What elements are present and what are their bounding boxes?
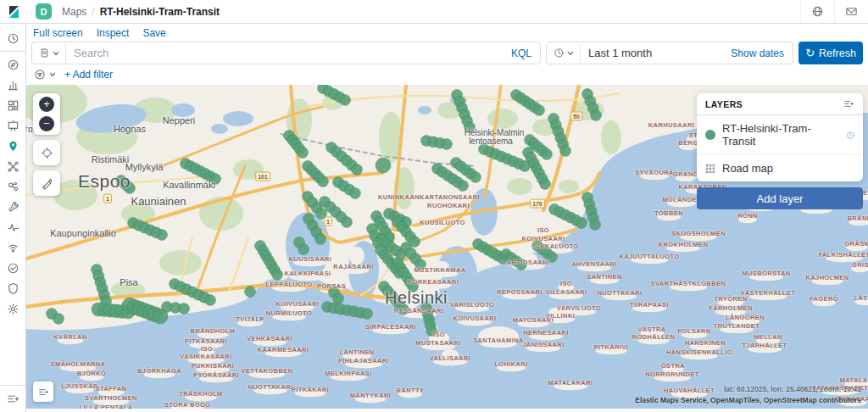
show-dates-link[interactable]: Show dates	[722, 47, 793, 59]
stack-monitoring-icon	[7, 221, 19, 234]
collapse-navigation-icon	[7, 393, 19, 405]
machine-learning-icon	[7, 160, 19, 173]
layer-name: Road map	[722, 162, 773, 175]
clock-icon	[554, 47, 565, 58]
breadcrumb-maps[interactable]: Maps	[62, 6, 86, 18]
siem-icon	[7, 282, 19, 295]
inspect-link[interactable]: Inspect	[97, 27, 130, 39]
add-layer-button[interactable]: Add layer	[697, 187, 863, 209]
app-menu: Full screen Inspect Save	[26, 24, 868, 39]
uptime-icon	[7, 262, 19, 275]
refresh-button[interactable]: ↻ Refresh	[798, 42, 863, 64]
sidebar-item-stack-monitoring[interactable]	[2, 217, 24, 237]
indent-arrow-icon	[38, 387, 49, 398]
map-canvas[interactable]: EspooHelsinkiBrobackaHognasNepperiRistim…	[26, 85, 868, 412]
grid-icon	[705, 164, 715, 174]
chevron-down-icon	[53, 50, 59, 57]
discover-icon	[7, 58, 19, 71]
chevron-down-icon[interactable]	[49, 71, 56, 78]
kibana-maps-app: D Maps / RT-Helsinki-Tram-Transit	[0, 0, 868, 412]
dev-tools-icon	[7, 201, 19, 214]
search-input[interactable]: Search	[66, 47, 503, 59]
sidebar-item-canvas[interactable]	[2, 115, 24, 136]
sidebar-item-machine-learning[interactable]	[2, 156, 24, 176]
header-bar: D Maps / RT-Helsinki-Tram-Transit	[0, 0, 868, 24]
sidebar-item-stack-management[interactable]	[2, 298, 24, 319]
sidebar-item-siem[interactable]	[2, 278, 24, 298]
search-box[interactable]: Search KQL	[31, 42, 541, 64]
newsfeed-button[interactable]	[834, 0, 868, 23]
left-navigation	[0, 24, 26, 412]
sidebar-item-maps[interactable]	[2, 136, 24, 156]
filter-bar: + Add filter	[26, 66, 868, 85]
sidebar-item-uptime[interactable]	[2, 258, 24, 278]
zoom-out-button[interactable]: −	[39, 116, 54, 131]
sidebar-item-dashboard[interactable]	[2, 95, 24, 115]
legend-toggle-button[interactable]	[33, 381, 53, 402]
help-globe-icon	[811, 5, 824, 18]
refresh-icon: ↻	[805, 47, 815, 58]
canvas-icon	[7, 120, 19, 132]
time-range-value[interactable]: Last 1 month	[581, 47, 722, 59]
sidebar-item-apm[interactable]	[2, 237, 24, 258]
kibana-logo[interactable]	[0, 5, 29, 19]
visualize-icon	[7, 79, 19, 92]
kibana-logo-icon	[8, 5, 21, 19]
full-screen-link[interactable]: Full screen	[33, 27, 83, 39]
collapse-panel-icon[interactable]	[843, 98, 854, 109]
save-link[interactable]: Save	[142, 27, 165, 39]
saved-query-menu-button[interactable]	[32, 42, 66, 64]
mail-icon	[845, 5, 858, 18]
chevron-down-icon	[567, 50, 574, 57]
add-filter-link[interactable]: + Add filter	[64, 69, 113, 81]
header-actions	[800, 0, 868, 23]
sidebar-item-dev-tools[interactable]	[2, 197, 24, 217]
apm-icon	[7, 242, 19, 254]
draw-tools-button[interactable]	[36, 174, 57, 192]
page-title: RT-Helsinki-Tram-Transit	[100, 6, 220, 18]
layer-item-road-map[interactable]: Road map	[697, 154, 863, 181]
layers-flyout: LAYERS RT-Helsinki-Tram-Transit	[697, 93, 863, 209]
filter-icon[interactable]	[34, 69, 46, 81]
query-bar: Search KQL Last 1 month Show dates	[26, 39, 868, 66]
layers-panel: LAYERS RT-Helsinki-Tram-Transit	[697, 93, 863, 181]
sidebar-item-discover[interactable]	[2, 54, 24, 75]
sidebar-item-recently-viewed[interactable]	[2, 28, 24, 48]
tools-icon	[41, 177, 53, 190]
sidebar-item-visualize[interactable]	[2, 75, 24, 95]
kql-toggle[interactable]: KQL	[503, 47, 540, 59]
breadcrumb-separator: /	[92, 6, 94, 18]
crosshair-icon	[41, 147, 53, 159]
breadcrumb: Maps / RT-Helsinki-Tram-Transit	[62, 6, 220, 18]
dashboard-icon	[7, 99, 19, 112]
help-button[interactable]	[800, 0, 834, 23]
layer-item-tram-transit[interactable]: RT-Helsinki-Tram-Transit	[697, 115, 863, 154]
recently-viewed-icon	[7, 32, 19, 45]
sidebar-item-graph[interactable]	[2, 176, 24, 197]
map-attribution: lat: 60.12025, lon: 25.40621, zoom: 10.4…	[635, 384, 861, 406]
saved-query-icon	[39, 47, 50, 58]
graph-icon	[7, 181, 19, 193]
time-picker: Last 1 month Show dates	[546, 42, 793, 64]
layer-name: RT-Helsinki-Tram-Transit	[722, 122, 839, 148]
layer-color-swatch	[705, 130, 715, 140]
sidebar-item-collapse-navigation[interactable]	[2, 388, 24, 409]
map-controls: + −	[33, 93, 60, 196]
time-filter-icon	[846, 131, 855, 140]
stack-management-icon	[7, 303, 19, 315]
space-avatar[interactable]: D	[36, 3, 52, 19]
map-coordinates: lat: 60.12025, lon: 25.40621, zoom: 10.4…	[635, 384, 861, 395]
set-view-button[interactable]	[36, 143, 57, 162]
attribution-text[interactable]: Elastic Maps Service, OpenMapTiles, Open…	[635, 395, 861, 406]
maps-icon	[7, 140, 19, 153]
map-edge-strip	[26, 409, 868, 412]
zoom-in-button[interactable]: +	[39, 97, 54, 112]
time-quick-menu-button[interactable]	[547, 42, 581, 64]
layers-panel-title: LAYERS	[705, 99, 743, 109]
